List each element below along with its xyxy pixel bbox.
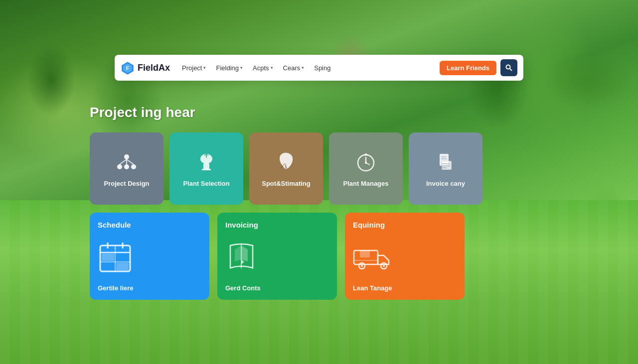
svg-point-5 [124,154,129,159]
svg-rect-35 [116,263,129,270]
card-project-design[interactable]: Project Design [90,132,163,205]
card-schedule-sub-label: Gertile liere [98,284,201,292]
nav-items: Project ▾ Fielding ▾ Acpts ▾ Cears ▾ Spi… [178,62,436,74]
book-icon [225,241,258,273]
search-button[interactable] [500,59,517,76]
nav-project-chevron: ▾ [203,65,206,70]
card-equining[interactable]: Equining Lean Tanage [345,213,465,300]
svg-line-11 [127,159,134,164]
leaf-icon [274,150,298,174]
svg-point-8 [124,164,129,169]
section-title: Project ing hear [90,105,482,121]
nav-fielding[interactable]: Fielding ▾ [212,62,247,74]
svg-rect-24 [442,161,452,170]
learn-button[interactable]: Learn Friends [440,61,496,75]
card-schedule[interactable]: Schedule + Gertile liere [90,213,209,300]
nav-sping[interactable]: Sping [310,62,334,74]
feature-cards-row: Project Design Plant Selection Spot&Stim… [90,132,482,205]
network-icon [115,150,139,174]
card-invoice-cany-label: Invoice cany [426,180,465,188]
svg-point-6 [117,164,122,169]
card-equining-sub-label: Lean Tanage [353,284,457,292]
card-plant-selection[interactable]: Plant Selection [169,132,243,205]
logo[interactable]: F FieldAx [121,61,170,75]
svg-text:F: F [126,66,129,71]
card-invoicing-sub-label: Gerd Conts [225,284,329,292]
card-project-design-label: Project Design [104,180,149,188]
card-plant-manages-label: Plant Manages [343,180,388,188]
navbar: F FieldAx Project ▾ Fielding ▾ Acpts ▾ C… [115,55,523,81]
card-plant-manages[interactable]: Plant Manages [329,132,403,205]
card-equining-label: Equining [353,221,457,229]
svg-point-22 [365,153,367,154]
svg-point-43 [361,265,363,267]
nav-cears-chevron: ▾ [302,65,304,70]
nav-project[interactable]: Project ▾ [178,62,210,74]
svg-line-9 [120,159,127,164]
card-spot-stimating[interactable]: Spot&Stimating [249,132,323,205]
search-icon [505,64,513,72]
bottom-cards-row: Schedule + Gertile liere Invoicing [90,213,482,300]
logo-text: FieldAx [138,63,170,73]
document-icon [434,150,458,174]
nav-acpts-chevron: ▾ [271,65,273,70]
timer-icon [354,150,378,174]
nav-cears[interactable]: Cears ▾ [279,62,309,74]
card-schedule-label: Schedule [98,221,201,229]
svg-line-19 [366,163,370,165]
pot-icon [194,150,218,174]
card-plant-selection-label: Plant Selection [183,180,229,188]
svg-point-45 [383,265,385,267]
svg-rect-13 [203,163,209,169]
card-invoice-cany[interactable]: Invoice cany [409,132,482,205]
card-invoicing-label: Invoicing [225,221,329,229]
svg-rect-41 [360,250,370,257]
svg-line-4 [510,69,512,71]
nav-fielding-chevron: ▾ [240,65,243,70]
calendar-icon: + [98,240,133,274]
main-content: Project ing hear Project Design [90,105,482,300]
svg-point-3 [506,65,510,69]
logo-icon: F [121,61,135,75]
card-invoicing[interactable]: Invoicing Gerd Conts [217,213,337,300]
svg-point-7 [131,164,136,169]
truck-icon [353,243,393,270]
svg-text:+: + [114,246,117,250]
svg-rect-14 [202,169,211,170]
nav-acpts[interactable]: Acpts ▾ [249,62,277,74]
svg-rect-34 [102,253,114,261]
card-spot-stimating-label: Spot&Stimating [262,180,311,188]
